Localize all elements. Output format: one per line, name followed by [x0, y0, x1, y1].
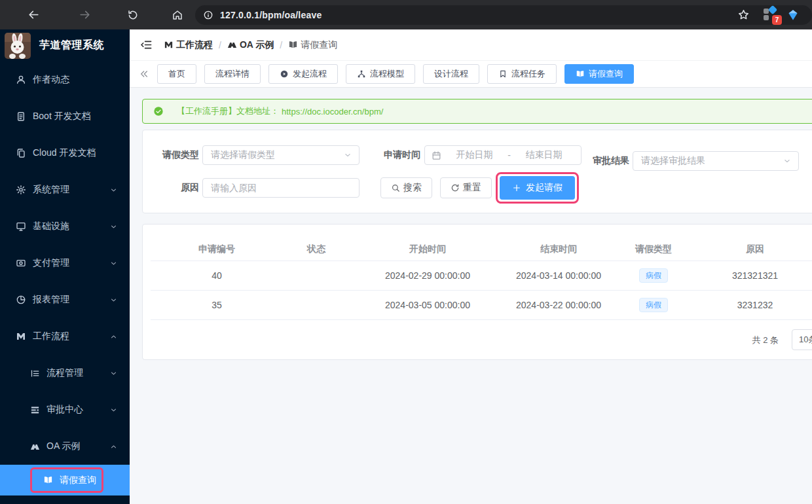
extension-badge: 7 [772, 15, 782, 25]
tab-首页[interactable]: 首页 [157, 64, 196, 84]
reason-label: 原因 [154, 182, 202, 194]
sidebar-item-审批中心[interactable]: 审批中心 [0, 391, 130, 428]
sidebar: 芋道管理系统 作者动态Boot 开发文档Cloud 开发文档系统管理基础设施支付… [0, 29, 130, 504]
sidebar-item-label: 流程管理 [46, 367, 83, 379]
tab-流程详情[interactable]: 流程详情 [204, 64, 261, 84]
sidebar-item-label: 基础设施 [33, 221, 69, 232]
breadcrumb-separator: / [219, 40, 221, 50]
tab-发起流程[interactable]: 发起流程 [268, 64, 338, 84]
notebook-icon [43, 475, 53, 485]
search-glyph [391, 183, 400, 192]
cell-id: 35 [151, 300, 283, 310]
chevron-down-icon [109, 406, 118, 414]
create-button-annotation: 发起请假 [496, 172, 579, 204]
sidebar-item-label: 请假查询 [60, 475, 96, 486]
sidebar-item-Cloud 开发文档[interactable]: Cloud 开发文档 [0, 135, 130, 171]
sidebar-item-label: Boot 开发文档 [33, 111, 91, 122]
address-bar[interactable]: 127.0.0.1/bpm/oa/leave [195, 5, 812, 25]
tab-请假查询[interactable]: 请假查询 [564, 64, 634, 84]
cell-reason: 3231232 [695, 300, 812, 310]
logo-avatar [5, 33, 31, 59]
cell-end_time: 2024-03-22 00:00:00 [506, 300, 612, 310]
tab-label: 首页 [168, 68, 185, 80]
sidebar-item-label: Cloud 开发文档 [33, 147, 96, 159]
breadcrumb-item-工作流程[interactable]: 工作流程 [164, 39, 213, 51]
browser-back-icon[interactable] [25, 7, 42, 24]
tab-label: 流程任务 [511, 68, 545, 80]
tab-设计流程[interactable]: 设计流程 [423, 64, 479, 84]
sidebar-item-工作流程[interactable]: 工作流程 [0, 318, 130, 355]
leave-type-tag: 病假 [639, 268, 668, 283]
reason-input[interactable] [211, 183, 351, 193]
model-nodes-icon [357, 69, 366, 79]
success-check-icon [153, 106, 170, 117]
reset-button[interactable]: 重置 [440, 177, 492, 198]
browser-forward-icon[interactable] [76, 7, 93, 24]
sidebar-item-请假查询[interactable]: 请假查询 [0, 465, 130, 495]
search-button[interactable]: 搜索 [380, 177, 432, 198]
page-content: 【工作流手册】文档地址： https://doc.iocoder.cn/bpm/… [130, 88, 812, 504]
result-placeholder: 请选择审批结果 [641, 155, 705, 167]
page-size-select[interactable]: 10条/页 [792, 329, 812, 350]
leave-type-tag: 病假 [639, 298, 668, 312]
breadcrumb-label: OA 示例 [240, 39, 274, 51]
list-icon [30, 369, 40, 378]
tab-流程模型[interactable]: 流程模型 [346, 64, 415, 84]
breadcrumb: 工作流程/OA 示例/请假查询 [164, 39, 337, 51]
fold-sidebar-icon[interactable] [139, 38, 153, 52]
browser-home-icon[interactable] [169, 7, 186, 24]
column-header-开始时间: 开始时间 [350, 243, 506, 255]
binoculars-icon [227, 40, 237, 50]
alert-doc-link[interactable]: https://doc.iocoder.cn/bpm/ [282, 107, 383, 117]
table-row[interactable]: 352024-03-05 00:00:002024-03-22 00:00:00… [151, 291, 812, 320]
copy-document-icon [16, 148, 26, 158]
search-form-card: 请假类型 请选择请假类型 申请时间 开始日期 - 结束日期 [142, 130, 812, 213]
browser-reload-icon[interactable] [124, 7, 141, 24]
cell-end_time: 2024-03-14 00:00:00 [506, 270, 612, 281]
tab-label: 设计流程 [434, 68, 468, 80]
leave-type-select[interactable]: 请选择请假类型 [202, 145, 360, 165]
apply-time-range-picker[interactable]: 开始日期 - 结束日期 [424, 145, 581, 165]
search-icon [391, 183, 400, 192]
breadcrumb-item-OA 示例[interactable]: OA 示例 [227, 39, 274, 51]
table-body: 402024-02-29 00:00:002024-03-14 00:00:00… [151, 261, 812, 320]
reload-icon [127, 9, 139, 21]
browser-toolbar: 127.0.0.1/bpm/oa/leave 7 [0, 0, 812, 29]
tabs-scroll-left-icon[interactable] [138, 67, 151, 81]
chevron-up-icon [109, 442, 118, 451]
bookmark-star-icon[interactable] [735, 7, 752, 24]
sidebar-item-label: 报表管理 [33, 294, 69, 306]
site-info-icon[interactable] [203, 10, 213, 20]
tab-label: 流程详情 [215, 68, 249, 80]
breadcrumb-label: 工作流程 [176, 39, 213, 51]
sidebar-item-OA 示例[interactable]: OA 示例 [0, 428, 130, 465]
sidebar-item-基础设施[interactable]: 基础设施 [0, 208, 130, 245]
tab-流程任务[interactable]: 流程任务 [487, 64, 557, 84]
alert-text: 【工作流手册】文档地址： [177, 105, 279, 117]
sidebar-item-支付管理[interactable]: 支付管理 [0, 245, 130, 281]
sidebar-item-作者动态[interactable]: 作者动态 [0, 62, 130, 98]
back-arrow-icon [28, 9, 40, 21]
extensions-icon[interactable]: 7 [764, 8, 778, 22]
sidebar-item-Boot 开发文档[interactable]: Boot 开发文档 [0, 98, 130, 135]
chevron-down-icon [109, 369, 118, 378]
create-leave-button[interactable]: 发起请假 [500, 176, 575, 200]
sidebar-item-系统管理[interactable]: 系统管理 [0, 171, 130, 208]
top-header: 工作流程/OA 示例/请假查询 [130, 29, 812, 61]
table-row[interactable]: 402024-02-29 00:00:002024-03-14 00:00:00… [151, 261, 812, 291]
sidebar-item-报表管理[interactable]: 报表管理 [0, 281, 130, 318]
sidebar-item-流程管理[interactable]: 流程管理 [0, 355, 130, 391]
sidebar-item-label: 支付管理 [33, 257, 69, 269]
tab-label: 发起流程 [293, 68, 327, 80]
result-select[interactable]: 请选择审批结果 [633, 151, 799, 171]
extension-square [764, 15, 769, 20]
result-label: 审批结果 [593, 155, 633, 167]
gem-extension-icon[interactable] [784, 7, 802, 24]
breadcrumb-label: 请假查询 [301, 39, 337, 51]
end-date-placeholder: 结束日期 [513, 149, 574, 161]
url-text: 127.0.0.1/bpm/oa/leave [220, 10, 322, 20]
chevron-down-icon [109, 259, 118, 268]
logo-row[interactable]: 芋道管理系统 [0, 29, 130, 62]
reason-input-wrap [202, 178, 360, 198]
range-separator: - [505, 150, 513, 160]
